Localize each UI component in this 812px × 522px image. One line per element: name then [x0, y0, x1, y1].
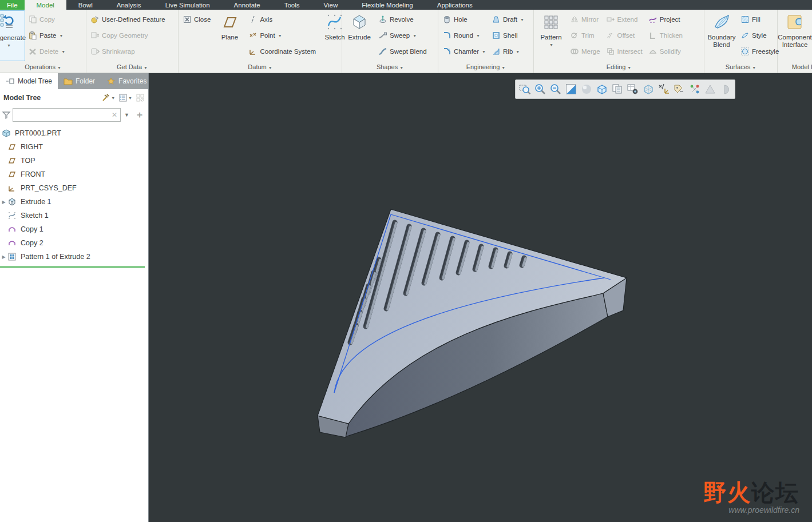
- refit-button[interactable]: [564, 82, 578, 96]
- datum-display-button[interactable]: [657, 82, 671, 96]
- ribbon-button-project[interactable]: Project: [647, 11, 684, 27]
- copygeom-icon: [90, 31, 100, 40]
- ribbon-group-label-engineering[interactable]: Engineering ▼: [438, 61, 533, 73]
- ribbon-button-label: Rib: [503, 48, 513, 55]
- add-filter-button[interactable]: ＋: [133, 109, 146, 121]
- ribbon-button-component-interface[interactable]: Component Interface: [779, 10, 811, 61]
- udf-icon: [90, 15, 100, 24]
- tree-filters-button[interactable]: ▼: [118, 93, 132, 102]
- menu-tab-file[interactable]: File: [0, 0, 25, 10]
- ribbon-group-label-editing[interactable]: Editing ▼: [534, 61, 704, 73]
- dock-icon[interactable]: [6, 77, 15, 86]
- panel-tab-model-tree[interactable]: Model Tree: [0, 73, 58, 89]
- panel-tab-favorites[interactable]: Favorites: [101, 73, 148, 89]
- search-options-button[interactable]: ▼: [122, 112, 131, 118]
- trim-icon: [570, 31, 579, 40]
- menu-tab-tools[interactable]: Tools: [272, 0, 312, 10]
- ribbon-button-plane[interactable]: Plane: [213, 10, 245, 61]
- saved-views-button[interactable]: [595, 82, 609, 96]
- ribbon-button-axis[interactable]: Axis: [247, 11, 317, 27]
- ribbon-button-draft[interactable]: Draft▼: [490, 11, 525, 27]
- render-style-button[interactable]: [580, 82, 593, 96]
- ribbon-button-point[interactable]: Point▼: [247, 27, 317, 43]
- plane-icon: [221, 13, 238, 32]
- menu-tab-flexible-modeling[interactable]: Flexible Modeling: [350, 0, 425, 10]
- tree-item-copy-1[interactable]: Copy 1: [0, 222, 148, 236]
- tree-settings-button[interactable]: ▼: [101, 93, 115, 102]
- ribbon-button-style[interactable]: Style: [739, 27, 780, 43]
- tree-item-right[interactable]: RIGHT: [0, 140, 148, 154]
- ribbon-group-label-surfaces[interactable]: Surfaces ▼: [704, 61, 777, 73]
- menu-tab-annotate[interactable]: Annotate: [222, 0, 272, 10]
- tree-item-label: PRT0001.PRT: [15, 129, 61, 137]
- ribbon-group-datum: ClosePlaneAxisPoint▼Coordinate SystemSke…: [179, 10, 342, 73]
- display-style-button[interactable]: [641, 82, 655, 96]
- 3d-model-scene[interactable]: [149, 73, 812, 522]
- tree-item-sketch-1[interactable]: Sketch 1: [0, 209, 148, 222]
- ribbon-button-label: Delete: [39, 48, 58, 55]
- ribbon-group-label-get-data[interactable]: Get Data ▼: [86, 61, 178, 73]
- ribbon-button-boundary-blend[interactable]: Boundary Blend: [706, 10, 738, 61]
- ribbon-button-pattern[interactable]: Pattern▼: [535, 10, 567, 61]
- ribbon-button-regenerate[interactable]: Regenerate▼: [0, 10, 25, 61]
- ribbon-button-label: Swept Blend: [390, 48, 427, 55]
- menu-tab-applications[interactable]: Applications: [425, 0, 485, 10]
- menu-tab-model[interactable]: Model: [25, 0, 66, 10]
- ribbon-button-label: Point: [260, 32, 275, 39]
- tree-item-prt0001-prt[interactable]: PRT0001.PRT: [0, 126, 148, 140]
- ribbon-button-label: Revolve: [390, 16, 414, 23]
- ribbon-button-swept-blend[interactable]: Swept Blend: [377, 43, 428, 59]
- tree-item-prt-csys-def[interactable]: PRT_CSYS_DEF: [0, 181, 148, 195]
- menu-tab-view[interactable]: View: [312, 0, 350, 10]
- tree-item-copy-2[interactable]: Copy 2: [0, 236, 148, 250]
- expander-icon[interactable]: ▶: [0, 200, 7, 205]
- spin-center-button[interactable]: [688, 82, 702, 96]
- clear-search-icon[interactable]: ✕: [109, 111, 120, 119]
- ribbon-button-shell[interactable]: Shell: [490, 27, 525, 43]
- filter-funnel-icon: [2, 110, 11, 119]
- ribbon-button-extrude[interactable]: Extrude: [343, 10, 375, 61]
- ribbon-button-close[interactable]: Close: [181, 11, 212, 27]
- ribbon-button-paste[interactable]: Paste▼: [27, 27, 66, 43]
- tree-item-top[interactable]: TOP: [0, 154, 148, 168]
- tree-item-extrude-1[interactable]: ▶Extrude 1: [0, 195, 148, 209]
- view-manager-button[interactable]: [611, 82, 624, 96]
- ribbon-group-label-datum[interactable]: Datum ▼: [179, 61, 342, 73]
- expander-icon[interactable]: ▶: [0, 254, 7, 260]
- ribbon-button-offset: Offset: [605, 27, 644, 43]
- ribbon-button-revolve[interactable]: Revolve: [377, 11, 428, 27]
- ribbon-button-chamfer[interactable]: Chamfer▼: [441, 43, 487, 59]
- menu-tab-live-simulation[interactable]: Live Simulation: [153, 0, 222, 10]
- ribbon-group-label-operations[interactable]: Operations ▼: [0, 61, 86, 73]
- ribbon-button-label: Round: [454, 32, 473, 39]
- zoom-in-button[interactable]: [533, 82, 547, 96]
- ribbon-button-coordinate-system[interactable]: Coordinate System: [247, 43, 317, 59]
- ribbon-button-label: Fill: [752, 16, 760, 23]
- zoom-box-button[interactable]: [518, 82, 532, 96]
- tree-item-front[interactable]: FRONT: [0, 168, 148, 181]
- tree-search-input[interactable]: [13, 110, 109, 120]
- ribbon-button-sweep[interactable]: Sweep▼: [377, 27, 428, 43]
- show-hide-button[interactable]: [136, 93, 145, 102]
- annotation-display-button[interactable]: [672, 82, 686, 96]
- capture-button[interactable]: [626, 82, 640, 96]
- ribbon-group-label-model-intent[interactable]: Model Intent ▼: [778, 61, 812, 73]
- ribbon-button-rib[interactable]: Rib▼: [490, 43, 525, 59]
- offset-icon: [606, 31, 615, 40]
- ribbon-button-fill[interactable]: Fill: [739, 11, 780, 27]
- zoom-out-button[interactable]: [549, 82, 563, 96]
- shell-icon: [492, 31, 501, 40]
- ribbon-button-round[interactable]: Round▼: [441, 27, 487, 43]
- insert-here-marker[interactable]: [0, 266, 145, 268]
- main-area: Model TreeFolderFavorites Model Tree ▼ ▼…: [0, 73, 812, 522]
- ribbon-button-hole[interactable]: Hole: [441, 11, 487, 27]
- panel-tab-folder[interactable]: Folder: [58, 73, 101, 89]
- compinterface-icon: [786, 13, 803, 32]
- menu-tab-analysis[interactable]: Analysis: [105, 0, 153, 10]
- ribbon-button-freestyle[interactable]: Freestyle: [739, 43, 780, 59]
- ribbon-group-label-shapes[interactable]: Shapes ▼: [342, 61, 438, 73]
- ribbon-button-user-defined-feature[interactable]: User-Defined Feature: [89, 11, 167, 27]
- menu-tab-bowl[interactable]: Bowl: [66, 0, 105, 10]
- 3d-viewport[interactable]: 野火论坛 www.proewildfire.cn: [149, 73, 812, 522]
- tree-item-pattern-1-of-extrude-2[interactable]: ▶Pattern 1 of Extrude 2: [0, 250, 148, 264]
